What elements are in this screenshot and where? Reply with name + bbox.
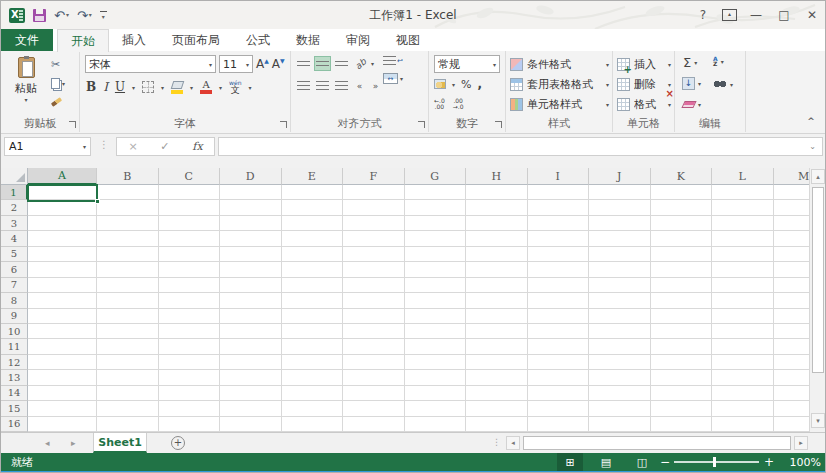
format-cells-button[interactable]: 格式 ▾ xyxy=(617,95,671,114)
cell-D12[interactable] xyxy=(220,355,282,370)
cell-I1[interactable] xyxy=(528,185,590,200)
sort-filter-button[interactable]: AZ ▾ xyxy=(713,56,724,66)
cell-A16[interactable] xyxy=(28,417,97,432)
cell-J4[interactable] xyxy=(589,231,651,246)
cell-J5[interactable] xyxy=(589,247,651,262)
cell-L6[interactable] xyxy=(712,262,774,277)
cell-A13[interactable] xyxy=(28,370,97,385)
borders-dropdown-icon[interactable]: ▾ xyxy=(161,84,164,91)
tab-数据[interactable]: 数据 xyxy=(283,29,333,51)
row-header-12[interactable]: 12 xyxy=(1,355,28,370)
cell-E11[interactable] xyxy=(282,339,344,354)
cell-M11[interactable] xyxy=(774,339,812,354)
wrap-text-button[interactable]: ↩ xyxy=(383,56,403,65)
cell-L2[interactable] xyxy=(712,200,774,215)
formula-bar-separator-icon[interactable]: ⋮ xyxy=(99,139,109,150)
fill-color-dropdown-icon[interactable]: ▾ xyxy=(190,84,193,91)
cell-B13[interactable] xyxy=(97,370,159,385)
cell-M1[interactable] xyxy=(774,185,812,200)
cell-J12[interactable] xyxy=(589,355,651,370)
cell-H3[interactable] xyxy=(466,216,528,231)
close-button[interactable]: ✕ xyxy=(803,6,821,24)
number-dialog-launcher[interactable] xyxy=(495,121,502,128)
row-header-11[interactable]: 11 xyxy=(1,339,28,354)
cell-A11[interactable] xyxy=(28,339,97,354)
tab-审阅[interactable]: 审阅 xyxy=(333,29,383,51)
align-right-button[interactable] xyxy=(333,78,350,93)
column-header-B[interactable]: B xyxy=(97,168,159,185)
cell-E5[interactable] xyxy=(282,247,344,262)
cell-F2[interactable] xyxy=(343,200,405,215)
orientation-button[interactable]: ab xyxy=(352,56,369,71)
grow-font-button[interactable]: A▲ xyxy=(256,57,269,71)
row-header-9[interactable]: 9 xyxy=(1,309,28,324)
cell-K13[interactable] xyxy=(651,370,713,385)
cell-I13[interactable] xyxy=(528,370,590,385)
row-header-2[interactable]: 2 xyxy=(1,200,28,215)
percent-style-button[interactable]: % xyxy=(461,78,471,91)
column-header-K[interactable]: K xyxy=(651,168,713,185)
clear-button[interactable]: ▾ xyxy=(683,101,701,108)
align-left-button[interactable] xyxy=(295,78,312,93)
cell-A5[interactable] xyxy=(28,247,97,262)
cell-C16[interactable] xyxy=(159,417,221,432)
cell-L15[interactable] xyxy=(712,401,774,416)
alignment-dialog-launcher[interactable] xyxy=(418,121,425,128)
cell-D4[interactable] xyxy=(220,231,282,246)
cell-I5[interactable] xyxy=(528,247,590,262)
cell-B5[interactable] xyxy=(97,247,159,262)
cell-I15[interactable] xyxy=(528,401,590,416)
cell-M15[interactable] xyxy=(774,401,812,416)
row-header-3[interactable]: 3 xyxy=(1,216,28,231)
cell-H10[interactable] xyxy=(466,324,528,339)
cell-F13[interactable] xyxy=(343,370,405,385)
accounting-dropdown-icon[interactable]: ▾ xyxy=(452,81,455,88)
merge-center-button[interactable]: ↔▾ xyxy=(383,73,403,84)
cell-C9[interactable] xyxy=(159,309,221,324)
cell-J2[interactable] xyxy=(589,200,651,215)
align-bottom-button[interactable] xyxy=(333,56,350,71)
number-format-combo[interactable]: 常规▾ xyxy=(434,55,500,73)
cell-I9[interactable] xyxy=(528,309,590,324)
zoom-in-button[interactable]: + xyxy=(764,453,774,471)
cell-B11[interactable] xyxy=(97,339,159,354)
cell-L7[interactable] xyxy=(712,278,774,293)
cell-E4[interactable] xyxy=(282,231,344,246)
expand-formula-bar-icon[interactable]: ⌄ xyxy=(809,142,816,151)
cell-I14[interactable] xyxy=(528,386,590,401)
font-color-button[interactable]: A xyxy=(200,81,212,94)
find-select-button[interactable]: ▾ xyxy=(713,80,733,88)
horizontal-scroll-thumb[interactable] xyxy=(523,436,791,450)
page-break-view-button[interactable]: ◫ xyxy=(629,453,655,471)
cell-G6[interactable] xyxy=(405,262,467,277)
cell-G11[interactable] xyxy=(405,339,467,354)
cell-K6[interactable] xyxy=(651,262,713,277)
cell-H13[interactable] xyxy=(466,370,528,385)
cell-F11[interactable] xyxy=(343,339,405,354)
underline-button[interactable]: U xyxy=(115,80,125,94)
cell-G1[interactable] xyxy=(405,185,467,200)
cell-B10[interactable] xyxy=(97,324,159,339)
zoom-slider-track[interactable] xyxy=(674,461,759,463)
cell-H16[interactable] xyxy=(466,417,528,432)
conditional-formatting-button[interactable]: 条件格式 ▾ xyxy=(510,55,609,74)
row-header-6[interactable]: 6 xyxy=(1,262,28,277)
maximize-button[interactable]: □ xyxy=(775,6,793,24)
cell-A4[interactable] xyxy=(28,231,97,246)
cell-H5[interactable] xyxy=(466,247,528,262)
cell-A8[interactable] xyxy=(28,293,97,308)
bold-button[interactable]: B xyxy=(86,80,96,94)
cell-M8[interactable] xyxy=(774,293,812,308)
align-middle-button[interactable] xyxy=(314,56,331,71)
cell-D10[interactable] xyxy=(220,324,282,339)
cell-G8[interactable] xyxy=(405,293,467,308)
fill-handle[interactable] xyxy=(95,199,100,204)
cell-L10[interactable] xyxy=(712,324,774,339)
cell-J7[interactable] xyxy=(589,278,651,293)
cell-I4[interactable] xyxy=(528,231,590,246)
row-header-7[interactable]: 7 xyxy=(1,278,28,293)
zoom-slider-handle[interactable] xyxy=(713,457,716,467)
cell-D8[interactable] xyxy=(220,293,282,308)
font-name-combo[interactable]: 宋体▾ xyxy=(85,55,216,73)
cell-E14[interactable] xyxy=(282,386,344,401)
